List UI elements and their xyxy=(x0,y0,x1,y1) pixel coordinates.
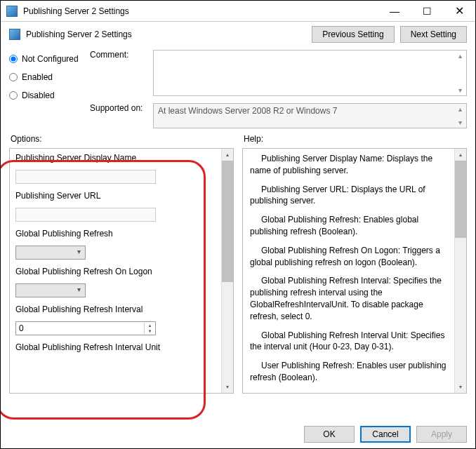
help-scrollbar[interactable]: ▴ ▾ xyxy=(454,149,466,393)
comment-scroll-up-icon[interactable]: ▴ xyxy=(455,52,465,60)
supported-scroll-up-icon[interactable]: ▴ xyxy=(455,105,465,113)
opt-url-label: Publishing Server URL xyxy=(15,191,216,201)
opt-global-refresh-interval-unit-label: Global Publishing Refresh Interval Unit xyxy=(15,342,216,352)
page-title: Publishing Server 2 Settings xyxy=(26,29,132,39)
header-row: Publishing Server 2 Settings Previous Se… xyxy=(1,22,475,50)
options-scrollbar[interactable]: ▴ ▾ xyxy=(221,149,233,393)
spin-up-icon[interactable]: ▲ xyxy=(145,323,155,328)
previous-setting-button[interactable]: Previous Setting xyxy=(312,26,394,43)
close-button[interactable]: ✕ xyxy=(443,1,475,22)
radio-not-configured-input[interactable] xyxy=(9,55,18,63)
app-icon xyxy=(6,6,18,17)
ok-button[interactable]: OK xyxy=(304,426,355,443)
radio-enabled-input[interactable] xyxy=(9,73,18,81)
dialog-footer: OK Cancel Apply xyxy=(1,420,475,448)
radio-disabled-input[interactable] xyxy=(9,91,18,100)
radio-enabled[interactable]: Enabled xyxy=(9,72,90,82)
help-p2: Publishing Server URL: Displays the URL … xyxy=(250,184,447,208)
options-scroll-down-icon[interactable]: ▾ xyxy=(222,381,233,393)
apply-button[interactable]: Apply xyxy=(416,426,467,443)
options-pane-label: Options: xyxy=(9,134,234,144)
opt-global-refresh-interval-spinner[interactable]: 0 ▲ ▼ xyxy=(15,321,156,335)
titlebar: Publishing Server 2 Settings — ☐ ✕ xyxy=(1,1,475,22)
help-scroll-down-icon[interactable]: ▾ xyxy=(455,381,466,393)
comment-label: Comment: xyxy=(90,50,146,60)
opt-global-refresh-label: Global Publishing Refresh xyxy=(15,229,216,239)
radio-enabled-label: Enabled xyxy=(22,72,53,82)
window-title: Publishing Server 2 Settings xyxy=(23,6,129,16)
help-p5: Global Publishing Refresh Interval: Spec… xyxy=(250,275,447,322)
cancel-button[interactable]: Cancel xyxy=(360,426,411,443)
radio-not-configured[interactable]: Not Configured xyxy=(9,54,90,64)
options-box: Publishing Server Display Name Publishin… xyxy=(9,148,234,394)
spin-down-icon[interactable]: ▼ xyxy=(145,328,155,334)
supported-on-label: Supported on: xyxy=(90,103,146,113)
radio-disabled-label: Disabled xyxy=(22,91,55,100)
radio-disabled[interactable]: Disabled xyxy=(9,91,90,100)
maximize-button[interactable]: ☐ xyxy=(411,1,443,22)
help-content: Publishing Server Display Name: Displays… xyxy=(243,149,454,393)
help-box: Publishing Server Display Name: Displays… xyxy=(242,148,467,394)
policy-icon xyxy=(9,29,20,40)
opt-url-input[interactable] xyxy=(15,208,156,222)
opt-global-refresh-logon-combo[interactable] xyxy=(15,283,86,297)
opt-global-refresh-combo[interactable] xyxy=(15,246,86,260)
help-p1: Publishing Server Display Name: Displays… xyxy=(250,153,447,177)
opt-global-refresh-logon-label: Global Publishing Refresh On Logon xyxy=(15,267,216,276)
opt-display-name-label: Publishing Server Display Name xyxy=(15,153,216,163)
radio-not-configured-label: Not Configured xyxy=(22,54,79,64)
help-pane-label: Help: xyxy=(242,134,467,144)
supported-on-value: At least Windows Server 2008 R2 or Windo… xyxy=(153,103,467,128)
next-setting-button[interactable]: Next Setting xyxy=(400,26,467,43)
help-p6: Global Publishing Refresh Interval Unit:… xyxy=(250,330,447,354)
opt-global-refresh-interval-value: 0 xyxy=(16,323,144,333)
help-p4: Global Publishing Refresh On Logon: Trig… xyxy=(250,245,447,269)
supported-on-text: At least Windows Server 2008 R2 or Windo… xyxy=(158,106,337,116)
opt-global-refresh-interval-label: Global Publishing Refresh Interval xyxy=(15,304,216,314)
opt-display-name-input[interactable] xyxy=(15,170,156,184)
help-scroll-up-icon[interactable]: ▴ xyxy=(455,149,466,161)
minimize-button[interactable]: — xyxy=(378,1,411,22)
comment-scroll-down-icon[interactable]: ▾ xyxy=(455,86,465,94)
supported-scroll-down-icon[interactable]: ▾ xyxy=(455,119,465,126)
comment-textarea[interactable]: ▴ ▾ xyxy=(153,50,467,96)
help-p7: User Publishing Refresh: Enables user pu… xyxy=(250,360,447,384)
help-p3: Global Publishing Refresh: Enables globa… xyxy=(250,214,447,238)
options-scroll-up-icon[interactable]: ▴ xyxy=(222,149,233,161)
